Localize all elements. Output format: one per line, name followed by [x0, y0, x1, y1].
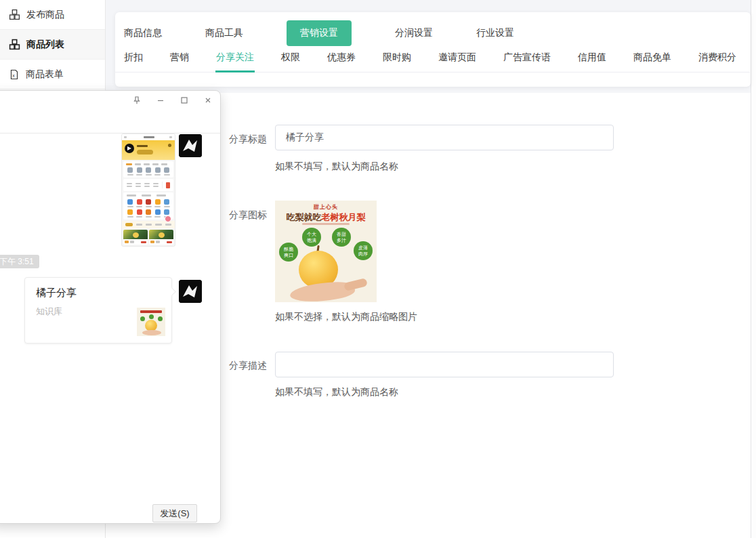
ad-feature-badge: 酥脆爽口: [279, 243, 298, 262]
subtab-product-free[interactable]: 商品免单: [633, 51, 671, 72]
share-desc-hint: 如果不填写，默认为商品名称: [275, 386, 398, 398]
tab-product-info[interactable]: 商品信息: [124, 27, 162, 39]
minimize-icon[interactable]: [155, 95, 166, 106]
phone-menu-card: [123, 161, 173, 178]
share-card-subtitle: 知识库: [36, 306, 62, 318]
tab-product-tools[interactable]: 商品工具: [205, 27, 243, 39]
sidebar-item-publish-product[interactable]: 发布商品: [0, 0, 105, 30]
cubes-icon: [9, 9, 20, 20]
subtab-ad-slogan[interactable]: 广告宣传语: [503, 51, 551, 72]
bubble-arrow: [167, 287, 176, 296]
phone-screenshot-message[interactable]: ‹›: [121, 133, 175, 247]
maximize-icon[interactable]: [179, 95, 190, 106]
ad-subline: [302, 223, 350, 225]
sidebar-item-product-form[interactable]: x 商品表单: [0, 60, 105, 89]
phone-product-banners: [122, 228, 175, 246]
share-card-thumbnail: [137, 308, 165, 336]
subtab-share-follow[interactable]: 分享关注: [216, 51, 254, 72]
ad-headline: 吃梨就吃老树秋月梨: [275, 211, 377, 224]
subtab-permission[interactable]: 权限: [281, 51, 300, 72]
subtab-invite-page[interactable]: 邀请页面: [438, 51, 476, 72]
window-controls: [131, 95, 213, 106]
share-desc-input[interactable]: [275, 352, 614, 377]
share-link-card-message[interactable]: 橘子分享 知识库: [24, 277, 172, 344]
pin-icon[interactable]: [131, 95, 142, 106]
phone-stats-row: [123, 179, 173, 191]
subtab-marketing[interactable]: 营销: [170, 51, 189, 72]
ad-feature-badge: 个大饱满: [302, 228, 321, 247]
cubes-icon: [9, 39, 20, 50]
subtab-credit-value[interactable]: 信用值: [578, 51, 606, 72]
subtab-consume-points[interactable]: 消费积分: [698, 51, 736, 72]
close-icon[interactable]: [203, 95, 213, 106]
scrollbar-track[interactable]: [751, 0, 756, 538]
phone-header: [122, 140, 175, 160]
share-title-label: 分享标题: [229, 133, 270, 146]
ad-headline-prefix: 吃梨就吃: [287, 212, 322, 222]
secondary-tabs: 折扣 营销 分享关注 权限 优惠券 限时购 邀请页面 广告宣传语 信用值 商品免…: [115, 46, 750, 73]
primary-tabs: 商品信息 商品工具 营销设置 分润设置 行业设置: [115, 12, 751, 46]
screen: 发布商品 商品列表 x 商品表单 商品信息 商品工具 营销设置 分润设置 行业设…: [0, 0, 756, 538]
subtab-coupon[interactable]: 优惠券: [327, 51, 356, 72]
phone-floating-badge: [165, 215, 171, 222]
sidebar-item-label: 商品列表: [26, 39, 64, 51]
svg-text:x: x: [12, 73, 15, 77]
sidebar-item-product-list[interactable]: 商品列表: [0, 30, 105, 60]
file-x-icon: x: [9, 69, 20, 80]
ad-feature-badge: 香甜多汁: [332, 228, 351, 247]
share-icon-hint: 如果不选择，默认为商品缩略图片: [275, 311, 417, 323]
share-desc-label: 分享描述: [229, 360, 270, 372]
sender-avatar[interactable]: [179, 280, 202, 303]
sender-avatar[interactable]: [179, 134, 202, 157]
subtab-discount[interactable]: 折扣: [124, 51, 143, 72]
ad-headline-highlight: 老树秋月梨: [322, 212, 366, 222]
phone-titlebar: [122, 134, 175, 140]
hand-fingers: [343, 278, 368, 291]
tab-marketing-settings[interactable]: 营销设置: [287, 20, 352, 46]
tabs-panel: 商品信息 商品工具 营销设置 分润设置 行业设置 折扣 营销 分享关注 权限 优…: [115, 12, 751, 87]
share-title-hint: 如果不填写，默认为商品名称: [275, 161, 398, 173]
ad-feature-badge: 皮薄肉厚: [354, 241, 373, 260]
phone-avatar: [125, 144, 134, 153]
chat-timestamp: 下午 3:51: [0, 255, 39, 268]
share-card-title: 橘子分享: [36, 287, 77, 299]
share-title-input[interactable]: [275, 125, 614, 150]
sidebar-item-label: 商品表单: [26, 68, 64, 81]
share-icon-image[interactable]: 甜上心头 吃梨就吃老树秋月梨 个大饱满 香甜多汁 酥脆爽口 皮薄肉厚: [275, 201, 377, 302]
sidebar-item-label: 发布商品: [26, 9, 64, 21]
window-title-divider: [0, 133, 220, 133]
phone-pagination-arrows: ‹›: [122, 246, 175, 247]
send-button[interactable]: 发送(S): [152, 504, 197, 522]
share-icon-label: 分享图标: [229, 209, 270, 222]
chat-preview-window: ‹› 下午 3:51 橘子分享 知识库 发送(S): [0, 90, 221, 524]
tab-profit-settings[interactable]: 分润设置: [395, 27, 433, 39]
subtab-flash-sale[interactable]: 限时购: [383, 51, 411, 72]
phone-services-card: [123, 192, 173, 220]
tab-industry-settings[interactable]: 行业设置: [476, 27, 514, 39]
phone-bell-icon: [168, 144, 171, 147]
ad-top-badge: 甜上心头: [275, 203, 377, 211]
